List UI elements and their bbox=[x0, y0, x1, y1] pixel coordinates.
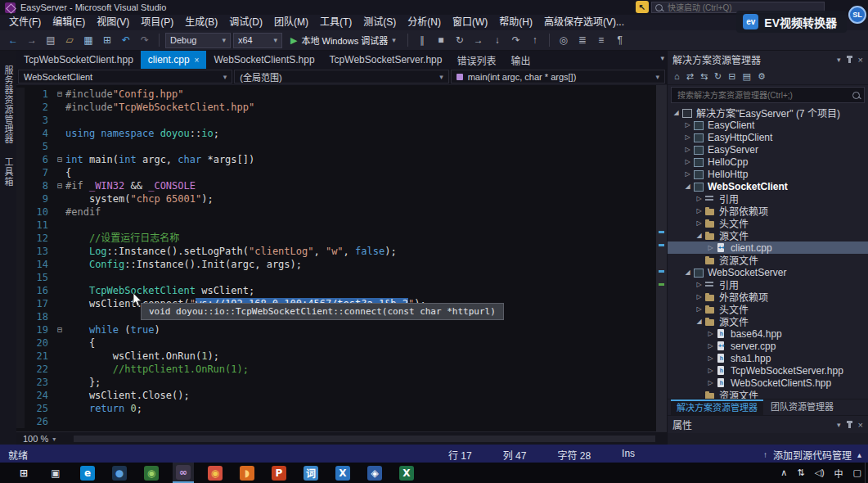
document-tab[interactable]: 输出 bbox=[503, 51, 537, 69]
breakpoint-margin[interactable] bbox=[16, 402, 25, 415]
menu-item[interactable]: 编辑(E) bbox=[47, 15, 91, 30]
document-tab[interactable]: TcpWebSocketServer.hpp bbox=[322, 51, 450, 69]
expander-icon[interactable]: ▷ bbox=[705, 354, 716, 362]
visual-studio-icon[interactable]: ∞ bbox=[173, 463, 194, 483]
menu-item[interactable]: 窗口(W) bbox=[447, 15, 493, 30]
tree-item[interactable]: ▷EasyServer bbox=[668, 143, 868, 156]
code-line[interactable]: 21 wsClient.OnRun(1); bbox=[16, 350, 656, 363]
code-line[interactable]: 7{ bbox=[16, 166, 656, 179]
code-line[interactable]: 9 system("chcp 65001"); bbox=[16, 192, 656, 205]
expander-icon[interactable]: ▷ bbox=[682, 121, 693, 129]
panel-tab[interactable]: 团队资源管理器 bbox=[765, 400, 839, 414]
expander-icon[interactable]: ▷ bbox=[705, 379, 716, 386]
edge-icon[interactable]: e bbox=[77, 463, 98, 483]
media-app-icon[interactable]: ◈ bbox=[364, 463, 385, 483]
breakpoint-margin[interactable] bbox=[16, 336, 25, 350]
break-all-icon[interactable]: ∥ bbox=[414, 33, 430, 48]
refresh-icon[interactable]: ↻ bbox=[714, 71, 722, 82]
app-browser-icon[interactable]: ◉ bbox=[141, 463, 162, 483]
tree-item[interactable]: ▷外部依赖项 bbox=[668, 291, 868, 303]
comment-icon[interactable]: ≣ bbox=[574, 33, 591, 48]
chrome-icon[interactable]: ◉ bbox=[205, 463, 226, 483]
tray-expand-icon[interactable]: ∧ bbox=[780, 467, 787, 478]
show-next-statement-icon[interactable]: → bbox=[470, 33, 487, 48]
save-icon[interactable]: ▦ bbox=[80, 33, 97, 48]
restart-icon[interactable]: ↻ bbox=[452, 33, 468, 48]
breakpoint-margin[interactable] bbox=[16, 127, 25, 140]
menu-item[interactable]: 文件(F) bbox=[3, 15, 47, 30]
step-out-icon[interactable]: ↑ bbox=[527, 33, 543, 48]
breakpoint-margin[interactable] bbox=[16, 284, 25, 297]
properties-icon[interactable]: ⚙ bbox=[758, 71, 766, 82]
dictionary-icon[interactable]: 词 bbox=[300, 463, 322, 483]
tree-item[interactable]: ▷EasyHttpClient bbox=[668, 131, 868, 143]
tree-item[interactable]: ▷引用 bbox=[668, 192, 868, 205]
tray-volume-icon[interactable]: ◁) bbox=[814, 467, 824, 478]
tree-item[interactable]: ▷HelloCpp bbox=[668, 156, 868, 168]
tray-network-icon[interactable]: ⇅ bbox=[797, 467, 804, 478]
window-position-icon[interactable]: ▾ bbox=[837, 56, 841, 64]
pin-icon[interactable] bbox=[848, 56, 851, 63]
expander-icon[interactable]: ▷ bbox=[705, 330, 716, 337]
close-icon[interactable]: × bbox=[858, 420, 863, 430]
code-line[interactable]: 3 bbox=[16, 114, 656, 127]
close-icon[interactable]: × bbox=[858, 55, 863, 65]
breakpoint-margin[interactable] bbox=[16, 297, 25, 310]
expander-icon[interactable]: ▷ bbox=[705, 367, 716, 374]
breakpoint-margin[interactable] bbox=[16, 166, 25, 179]
breakpoint-margin[interactable] bbox=[16, 192, 25, 205]
breakpoint-margin[interactable] bbox=[16, 258, 25, 271]
code-line[interactable]: 8⊟#if _WIN32 && _CONSOLE bbox=[16, 179, 656, 192]
expander-icon[interactable]: ▷ bbox=[682, 133, 693, 141]
start-button[interactable]: ⊞ bbox=[13, 463, 34, 483]
tree-item[interactable]: ◢WebSocketClient bbox=[668, 180, 868, 192]
document-tab[interactable]: client.cpp× bbox=[141, 51, 207, 69]
tree-item[interactable]: ▷hTcpWebSocketServer.hpp bbox=[668, 364, 868, 377]
navigate-backward-icon[interactable]: ← bbox=[5, 33, 21, 48]
code-line[interactable]: 5 bbox=[16, 140, 656, 153]
tree-item[interactable]: ▷++client.cpp bbox=[668, 242, 868, 254]
save-all-icon[interactable]: ⊞ bbox=[99, 33, 115, 48]
code-line[interactable]: 22 //httpClient1.OnRun(1); bbox=[16, 363, 656, 376]
code-line[interactable]: 6⊟int main(int argc, char *args[]) bbox=[16, 153, 656, 166]
tree-item[interactable]: ▷头文件 bbox=[668, 303, 868, 315]
sync-with-active-document-icon[interactable]: ⇆ bbox=[700, 71, 708, 82]
solution-configuration-dropdown[interactable]: Debug ▾ bbox=[165, 33, 231, 48]
uncomment-icon[interactable]: ≡ bbox=[593, 33, 609, 48]
close-icon[interactable]: × bbox=[195, 56, 200, 65]
menu-item[interactable]: 高级保存选项(V)... bbox=[538, 15, 630, 30]
document-tab[interactable]: 错误列表 bbox=[449, 51, 503, 69]
tree-item[interactable]: ▷hWebSocketClientS.hpp bbox=[668, 377, 868, 389]
breakpoint-margin[interactable] bbox=[16, 153, 25, 166]
code-line[interactable]: 16 TcpWebSocketClient wsClient; bbox=[16, 284, 656, 297]
tree-item[interactable]: ◢源文件 bbox=[668, 229, 868, 242]
open-file-icon[interactable]: ▱ bbox=[61, 33, 78, 48]
pin-icon[interactable] bbox=[848, 421, 851, 428]
breakpoint-margin[interactable] bbox=[16, 245, 25, 258]
menu-item[interactable]: 帮助(H) bbox=[493, 15, 538, 30]
tree-item[interactable]: ◢WebSocketServer bbox=[668, 266, 868, 278]
expander-icon[interactable]: ◢ bbox=[694, 318, 704, 325]
vs-installer-icon[interactable]: X bbox=[332, 463, 353, 483]
step-into-icon[interactable]: ↓ bbox=[489, 33, 506, 48]
breakpoint-margin[interactable] bbox=[16, 310, 25, 323]
excel-icon[interactable]: X bbox=[396, 463, 417, 483]
show-all-files-icon[interactable]: ▤ bbox=[743, 71, 751, 82]
code-line[interactable]: 19⊟ while (true) bbox=[16, 323, 656, 336]
tree-item[interactable]: ▷++server.cpp bbox=[668, 340, 868, 352]
browser-icon[interactable]: ● bbox=[109, 463, 130, 483]
home-icon[interactable]: ⌂ bbox=[674, 71, 680, 81]
action-center-icon[interactable]: ▢ bbox=[853, 467, 861, 478]
code-editor[interactable]: 1⊟#include"Config.hpp"2#include"TcpWebSo… bbox=[16, 85, 656, 431]
breakpoint-margin[interactable] bbox=[16, 376, 25, 389]
code-line[interactable]: 13 Log::Instance().setLogPath("clientLog… bbox=[16, 245, 656, 258]
breakpoint-margin[interactable] bbox=[16, 219, 25, 232]
step-over-icon[interactable]: ↷ bbox=[508, 33, 524, 48]
fold-marker[interactable]: ⊟ bbox=[54, 153, 65, 166]
source-control-button[interactable]: ↑ 添加到源代码管理 ▴ bbox=[763, 448, 861, 462]
tool-window-tab[interactable]: 工具箱 bbox=[2, 157, 15, 187]
code-line[interactable]: 11 bbox=[16, 219, 656, 232]
scope-dropdown[interactable]: WebSocketClient▾ bbox=[18, 70, 232, 84]
expander-icon[interactable]: ▷ bbox=[705, 342, 716, 350]
powerpoint-icon[interactable]: P bbox=[268, 463, 290, 483]
